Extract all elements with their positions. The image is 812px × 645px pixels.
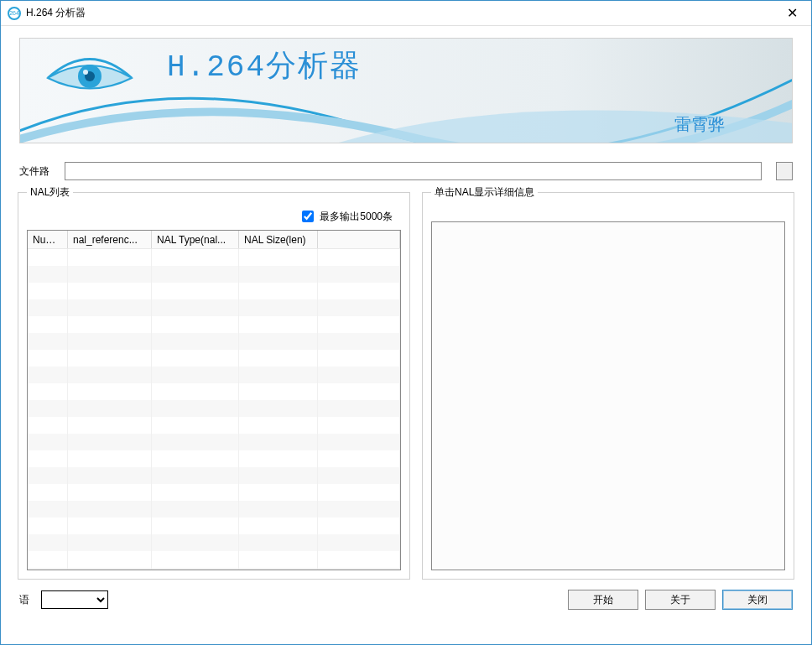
- banner: H.264分析器 雷霄骅: [19, 38, 793, 143]
- language-label: 语: [19, 593, 29, 607]
- table-row[interactable]: [28, 417, 400, 434]
- output-limit-label: 最多输出5000条: [320, 210, 393, 224]
- nal-list-group: NAL列表 最多输出5000条 Num... nal_referenc... N…: [18, 185, 410, 580]
- table-row[interactable]: [28, 467, 400, 484]
- table-row[interactable]: [28, 400, 400, 417]
- svg-point-2: [83, 70, 88, 75]
- middle-area: NAL列表 最多输出5000条 Num... nal_referenc... N…: [1, 185, 811, 580]
- language-select[interactable]: [41, 590, 108, 609]
- file-path-row: 文件路: [1, 150, 811, 185]
- table-row[interactable]: [28, 568, 400, 570]
- table-row[interactable]: [28, 283, 400, 299]
- about-button[interactable]: 关于: [645, 590, 716, 610]
- titlebar: 264 H.264 分析器 ✕: [1, 1, 811, 26]
- nal-table-header: Num... nal_referenc... NAL Type(nal... N…: [28, 231, 400, 249]
- file-browse-button[interactable]: [776, 162, 793, 180]
- table-row[interactable]: [28, 501, 400, 518]
- nal-detail-legend: 单击NAL显示详细信息: [431, 185, 538, 200]
- close-icon[interactable]: ✕: [780, 2, 804, 24]
- file-path-input[interactable]: [65, 162, 762, 180]
- table-row[interactable]: [28, 266, 400, 283]
- table-row[interactable]: [28, 350, 400, 367]
- eye-icon: [44, 49, 136, 100]
- table-row[interactable]: [28, 316, 400, 333]
- table-row[interactable]: [28, 450, 400, 467]
- col-number[interactable]: Num...: [28, 231, 68, 248]
- start-button[interactable]: 开始: [568, 590, 638, 610]
- nal-list-legend: NAL列表: [27, 185, 73, 200]
- output-limit-row: 最多输出5000条: [27, 206, 401, 230]
- col-nal-reference[interactable]: nal_referenc...: [68, 231, 152, 248]
- table-row[interactable]: [28, 367, 400, 383]
- table-row[interactable]: [28, 551, 400, 568]
- nal-table[interactable]: Num... nal_referenc... NAL Type(nal... N…: [27, 230, 401, 570]
- table-row[interactable]: [28, 333, 400, 350]
- col-nal-size[interactable]: NAL Size(len): [239, 231, 318, 248]
- bottom-bar: 语 开始 关于 关闭: [1, 580, 811, 620]
- col-spacer: [318, 231, 400, 248]
- close-button[interactable]: 关闭: [722, 590, 793, 610]
- table-row[interactable]: [28, 383, 400, 400]
- table-row[interactable]: [28, 299, 400, 316]
- window-title: H.264 分析器: [26, 6, 86, 20]
- table-row[interactable]: [28, 518, 400, 534]
- app-icon: 264: [8, 7, 21, 20]
- nal-detail-textarea[interactable]: [431, 221, 785, 570]
- banner-container: H.264分析器 雷霄骅: [1, 26, 811, 150]
- table-row[interactable]: [28, 434, 400, 450]
- table-row[interactable]: [28, 249, 400, 266]
- table-row[interactable]: [28, 484, 400, 501]
- banner-title: H.264分析器: [167, 45, 362, 86]
- output-limit-checkbox[interactable]: [302, 211, 314, 222]
- nal-table-body[interactable]: [28, 249, 400, 570]
- col-nal-type[interactable]: NAL Type(nal...: [152, 231, 239, 248]
- nal-detail-group: 单击NAL显示详细信息: [422, 185, 794, 580]
- banner-author: 雷霄骅: [674, 113, 725, 136]
- file-path-label: 文件路: [19, 164, 49, 179]
- table-row[interactable]: [28, 534, 400, 551]
